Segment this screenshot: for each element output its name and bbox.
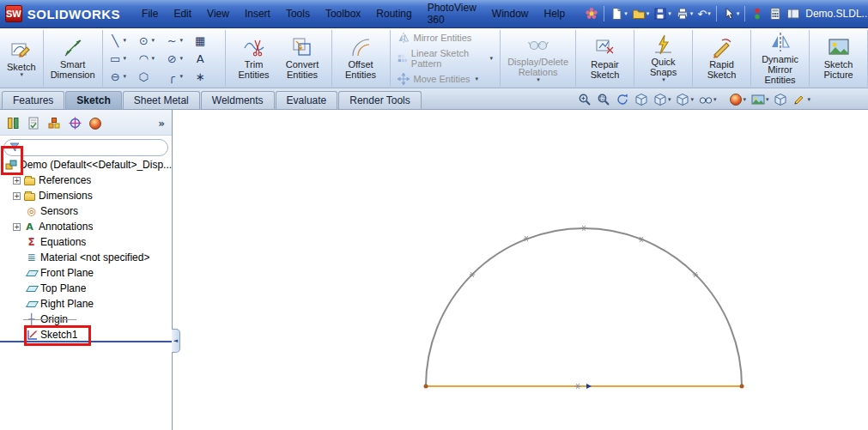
display-style-icon[interactable]: ▾ — [675, 92, 695, 107]
tree-item-right-plane[interactable]: Right Plane — [0, 296, 172, 312]
sketch-arc[interactable] — [426, 228, 742, 386]
caret-down-icon: ▾ — [180, 56, 184, 62]
calculator-icon[interactable] — [767, 6, 784, 21]
more-tabs-chevron-icon[interactable]: » — [158, 118, 165, 130]
expander-icon[interactable]: + — [13, 177, 21, 185]
linear-sketch-pattern-button[interactable]: Linear Sketch Pattern ▾ — [395, 47, 496, 70]
menu-window[interactable]: Window — [484, 5, 537, 22]
repair-sketch-button[interactable]: Repair Sketch — [580, 34, 629, 82]
menu-edit[interactable]: Edit — [166, 5, 199, 22]
sketch-mode-icon[interactable]: ▾ — [792, 92, 811, 107]
undo-button[interactable]: ↶▾ — [695, 7, 712, 21]
tab-sheet-metal[interactable]: Sheet Metal — [123, 91, 200, 109]
save-button[interactable]: ▾ — [652, 6, 673, 21]
tab-sketch[interactable]: Sketch — [65, 91, 121, 109]
zoom-to-area-icon[interactable] — [596, 92, 611, 107]
dimxpert-manager-tab-icon[interactable] — [69, 117, 82, 130]
line-tool-button[interactable]: ╲▾ — [107, 32, 136, 50]
rapid-sketch-button[interactable]: Rapid Sketch — [697, 34, 746, 82]
open-button[interactable]: ▾ — [630, 6, 652, 21]
menu-help[interactable]: Help — [537, 5, 574, 22]
tree-item-front-plane[interactable]: Front Plane — [0, 265, 172, 281]
text-tool-button[interactable]: A — [192, 50, 221, 68]
tab-weldments[interactable]: Weldments — [201, 91, 275, 109]
sketch-picture-button[interactable]: Sketch Picture — [814, 34, 863, 82]
display-manager-tab-icon[interactable] — [89, 118, 101, 130]
tab-evaluate[interactable]: Evaluate — [276, 91, 338, 109]
offset-entities-button[interactable]: Offset Entities — [337, 34, 385, 82]
tree-item-top-plane[interactable]: Top Plane — [0, 281, 172, 296]
feature-manager-tab-icon[interactable] — [7, 117, 20, 130]
tree-item-dimensions[interactable]: + Dimensions — [0, 188, 172, 203]
menu-photoview-360[interactable]: PhotoView 360 — [420, 0, 484, 28]
menu-routing[interactable]: Routing — [368, 5, 419, 22]
text-icon: A — [194, 53, 207, 64]
menu-toolbox[interactable]: Toolbox — [318, 5, 368, 22]
panels-icon[interactable] — [785, 6, 802, 21]
convert-entities-button[interactable]: Convert Entities — [278, 34, 327, 82]
view-settings-icon[interactable] — [773, 92, 788, 107]
plane-icon — [25, 267, 38, 280]
sketch-endpoint-right[interactable] — [740, 385, 744, 389]
tree-item-equations[interactable]: Σ Equations — [0, 234, 172, 250]
section-view-icon[interactable] — [634, 92, 649, 107]
hide-show-items-icon[interactable]: ▾ — [698, 92, 718, 107]
panel-collapse-handle[interactable]: ◄ — [172, 329, 180, 353]
trim-entities-button[interactable]: Trim Entities — [230, 34, 278, 82]
new-document-button[interactable]: ▾ — [608, 6, 629, 21]
property-manager-tab-icon[interactable] — [27, 117, 40, 130]
sketch-endpoint-left[interactable] — [424, 385, 428, 389]
expander-icon[interactable]: + — [13, 223, 21, 231]
tree-item-annotations[interactable]: + A Annotations — [0, 219, 172, 234]
mirror-entities-button[interactable]: Mirror Entities — [395, 31, 496, 45]
command-manager-ribbon: Sketch ▾ Smart Dimension ╲▾ ⊙▾ ~▾ — [0, 29, 868, 88]
arc-tool-button[interactable]: ◠▾ — [136, 50, 164, 68]
ellipse-tool-button[interactable]: ⊘▾ — [164, 50, 192, 68]
tree-root-demo[interactable]: Demo (Default<<Default>_Disp... — [0, 157, 172, 173]
rotate-view-icon[interactable] — [615, 92, 630, 107]
resources-flower-icon[interactable] — [583, 6, 600, 21]
tree-item-material[interactable]: ≣ Material <not specified> — [0, 250, 172, 265]
tree-item-sensors[interactable]: ◎ Sensors — [0, 203, 172, 219]
menu-view[interactable]: View — [199, 5, 237, 22]
polygon-tool-button[interactable]: ⬡ — [136, 68, 164, 86]
caret-down-icon: ▾ — [766, 97, 769, 103]
sketch-group: Sketch ▾ — [0, 30, 44, 87]
expander-icon[interactable]: + — [13, 192, 21, 200]
tree-filter-input[interactable] — [23, 142, 162, 154]
circle-tool-button[interactable]: ⊙▾ — [136, 32, 164, 50]
corner-rectangle-tool-button[interactable]: ▦ — [192, 32, 221, 50]
graphics-area[interactable] — [173, 111, 868, 430]
menu-tools[interactable]: Tools — [278, 5, 318, 22]
sketch-button[interactable]: Sketch ▾ — [4, 37, 39, 81]
apply-scene-icon[interactable]: ▾ — [750, 92, 770, 107]
move-entities-button[interactable]: Move Entities ▾ — [395, 72, 496, 86]
tab-features[interactable]: Features — [2, 91, 64, 109]
display-delete-relations-button[interactable]: Display/Delete Relations ▾ — [505, 32, 571, 86]
repair-group: Repair Sketch — [576, 30, 634, 87]
menu-insert[interactable]: Insert — [237, 5, 278, 22]
caret-down-icon: ▾ — [152, 38, 155, 44]
tree-item-label: Material <not specified> — [40, 251, 149, 263]
toggle-colors-icon[interactable] — [749, 6, 766, 21]
menu-file[interactable]: File — [134, 5, 166, 22]
rectangle-tool-button[interactable]: ▭▾ — [107, 50, 136, 68]
edit-appearance-icon[interactable]: ▾ — [729, 93, 747, 106]
zoom-to-fit-icon[interactable] — [577, 92, 592, 107]
smart-dimension-button[interactable]: Smart Dimension — [48, 34, 98, 82]
tree-item-label: References — [39, 174, 91, 186]
fillet-tool-button[interactable]: ╭▾ — [164, 68, 192, 86]
tab-render-tools[interactable]: Render Tools — [338, 91, 422, 109]
view-orientation-icon[interactable]: ▾ — [653, 92, 672, 107]
spline-tool-button[interactable]: ~▾ — [164, 32, 192, 50]
slot-tool-button[interactable]: ⊖▾ — [107, 68, 136, 86]
print-button[interactable]: ▾ — [674, 6, 695, 21]
tree-item-references[interactable]: + References — [0, 173, 172, 188]
corner-rectangle-icon: ▦ — [194, 35, 207, 46]
select-button[interactable]: ▾ — [720, 6, 742, 21]
quick-snaps-button[interactable]: Quick Snaps ▾ — [639, 32, 688, 86]
dynamic-mirror-entities-button[interactable]: Dynamic Mirror Entities — [756, 29, 804, 88]
configuration-manager-tab-icon[interactable] — [48, 117, 61, 130]
caret-down-icon: ▾ — [662, 77, 665, 83]
point-tool-button[interactable]: ∗ — [192, 68, 221, 86]
